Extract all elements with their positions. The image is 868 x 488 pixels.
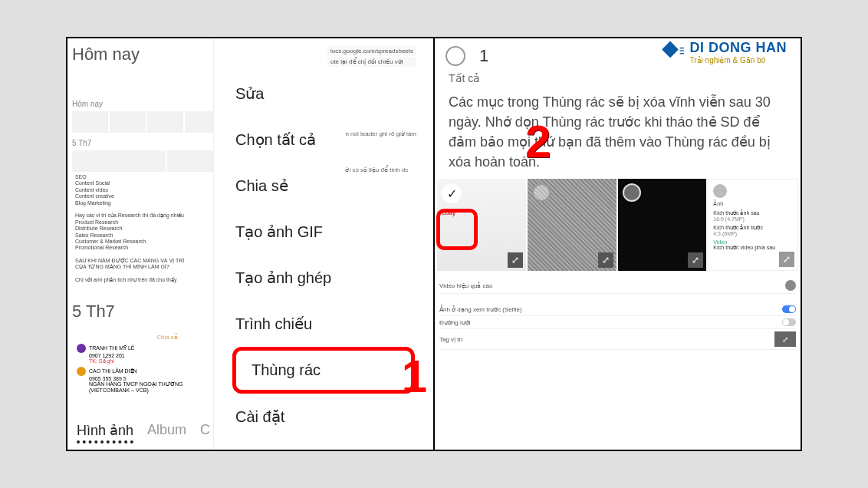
toggle-on-icon[interactable]	[782, 305, 796, 313]
check-icon[interactable]: ✓	[442, 183, 462, 203]
menu-edit[interactable]: Sửa	[214, 80, 433, 117]
thumbnail[interactable]	[72, 150, 166, 172]
settings-thumbnail[interactable]: Video hiệu quả cao Ảnh ở dạng xem trước …	[436, 275, 799, 353]
settings-thumbnail-row: Video hiệu quả cao Ảnh ở dạng xem trước …	[435, 272, 801, 356]
expand-icon[interactable]: ⤢	[508, 252, 523, 268]
menu-settings[interactable]: Cài đặt	[214, 394, 433, 440]
tab-images[interactable]: Hình ảnh	[77, 422, 133, 443]
thumbnail[interactable]	[72, 111, 108, 133]
brand-logo-icon	[656, 38, 684, 66]
unchecked-circle-icon[interactable]	[532, 183, 551, 202]
expand-icon[interactable]: ⤢	[688, 252, 703, 268]
expand-icon[interactable]: ⤢	[598, 252, 613, 268]
expand-icon[interactable]: ⤢	[774, 331, 796, 347]
options-menu: locs.google.com/spreadsheets ote lại để …	[213, 38, 433, 450]
trash-thumbnails-row: ✓ ebay ⤢ ⤢ ⤢ Ảnh Kích thước ảnh sau 16:9…	[435, 178, 801, 272]
thumbnail[interactable]	[147, 111, 183, 133]
thumbnail[interactable]	[110, 111, 146, 133]
menu-slideshow[interactable]: Trình chiếu	[214, 301, 433, 347]
select-all-label: Tất cả	[449, 72, 480, 84]
select-all-radio[interactable]	[446, 46, 465, 66]
right-screenshot: 1 Tất cả Các mục trong Thùng rác sẽ bị x…	[435, 38, 801, 450]
bg-text: ote lại để chị đối chiếu với	[327, 57, 416, 67]
menu-collage[interactable]: Tạo ảnh ghép	[214, 255, 433, 301]
expand-icon[interactable]: ⤢	[779, 252, 794, 267]
trash-description: Các mục trong Thùng rác sẽ bị xóa vĩnh v…	[435, 86, 801, 178]
trash-item-2[interactable]: ⤢	[528, 179, 616, 271]
menu-create-gif[interactable]: Tạo ảnh GIF	[214, 209, 433, 255]
bg-text: locs.google.com/spreadsheets	[327, 46, 416, 56]
annotation-number-2: 2	[525, 115, 551, 168]
toggle-off-icon[interactable]	[782, 318, 796, 326]
tab-more[interactable]: C	[200, 422, 210, 443]
trash-item-3[interactable]: ⤢	[618, 179, 707, 271]
tutorial-composite: DI DONG HAN Trải nghiệm & Gắn bó Hôm nay…	[66, 37, 802, 451]
unchecked-circle-icon[interactable]	[623, 183, 641, 202]
menu-trash[interactable]: Thùng rác	[232, 347, 415, 394]
left-screenshot: Hôm nay 🔍 Hôm nay 5 Th7 SEO Content Soci…	[67, 38, 435, 450]
annotation-number-1: 1	[402, 350, 427, 403]
watermark-brand: DI DONG HAN Trải nghiệm & Gắn bó	[656, 38, 787, 66]
menu-contact-us[interactable]: Liên hệ chúng tôi	[214, 440, 433, 450]
trash-item-4[interactable]: Ảnh Kích thước ảnh sau 16:9 (4.7MP) Kích…	[708, 179, 798, 271]
tab-album[interactable]: Album	[147, 422, 186, 443]
selection-count: 1	[479, 46, 488, 66]
brand-tagline: Trải nghiệm & Gắn bó	[690, 56, 787, 64]
brand-name: DI DONG HAN	[690, 40, 787, 56]
annotation-highlight-box	[436, 209, 478, 250]
